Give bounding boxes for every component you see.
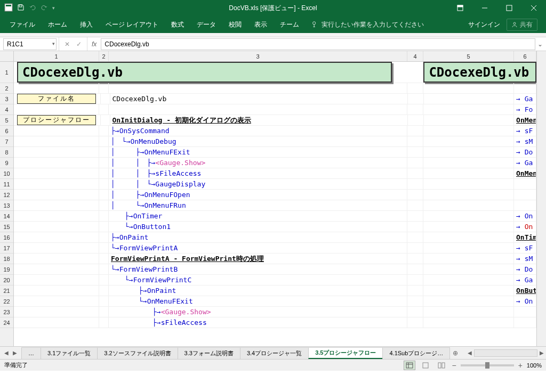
cell[interactable]	[407, 264, 423, 274]
close-icon[interactable]	[521, 0, 546, 16]
cell[interactable]	[423, 168, 514, 178]
cell[interactable]	[407, 83, 423, 93]
sheet-tab-overflow[interactable]: …	[21, 347, 41, 359]
column-header[interactable]: 1	[14, 51, 99, 61]
cell[interactable]	[423, 264, 514, 274]
cell[interactable]: └→ FormViewPrintB	[109, 264, 407, 274]
cell[interactable]: → Ga	[514, 275, 536, 285]
cell[interactable]	[99, 243, 109, 253]
ribbon-tab[interactable]: ホーム	[42, 16, 74, 33]
tell-me-box[interactable]: 実行したい作業を入力してください	[311, 20, 424, 29]
row-header[interactable]: 9	[0, 158, 13, 168]
cell[interactable]	[423, 232, 514, 242]
cell[interactable]	[14, 136, 99, 146]
cell[interactable]	[99, 200, 109, 210]
cell[interactable]	[99, 147, 109, 157]
row-header[interactable]: 15	[0, 222, 13, 232]
ribbon-tab[interactable]: 数式	[165, 16, 190, 33]
cell[interactable]	[514, 83, 536, 93]
page-break-view-icon[interactable]	[436, 361, 447, 370]
cell[interactable]: ├→ OnPaint	[109, 232, 407, 242]
cell[interactable]	[392, 62, 424, 83]
cell[interactable]	[407, 307, 423, 317]
cell[interactable]: └→ OnMenuFExit	[109, 296, 407, 306]
cell[interactable]: → sM	[514, 136, 536, 146]
zoom-slider[interactable]	[461, 364, 514, 366]
cell[interactable]	[423, 296, 514, 306]
cell[interactable]: │ │ ├→ sFileAccess	[109, 168, 407, 178]
sheet-tab[interactable]: 3.2ソースファイル説明書	[97, 347, 178, 359]
cell[interactable]	[14, 222, 99, 232]
cell[interactable]	[14, 126, 99, 136]
cell[interactable]: → sM	[514, 254, 536, 264]
cell[interactable]	[14, 200, 99, 210]
cell[interactable]	[423, 147, 514, 157]
cell[interactable]	[407, 285, 423, 296]
cell[interactable]	[99, 222, 109, 232]
sheet-tab[interactable]: 3.5プロシージャフロー	[308, 347, 383, 359]
cell[interactable]	[14, 179, 99, 189]
page-layout-view-icon[interactable]	[420, 361, 431, 370]
cell[interactable]	[407, 200, 423, 210]
cell[interactable]: OnInitDialog - 初期化ダイアログの表示	[110, 115, 408, 125]
cell[interactable]	[514, 307, 536, 317]
row-header[interactable]: 1	[0, 62, 13, 83]
sheet-tab[interactable]: 3.3フォーム説明書	[178, 347, 240, 359]
cell[interactable]	[14, 168, 99, 178]
cell[interactable]	[99, 168, 109, 178]
column-header[interactable]: 3	[109, 51, 407, 61]
cell[interactable]: │ │ ├→ <Gauge.Show>	[109, 158, 407, 168]
sheet-tab[interactable]: 3.4プロシージャ一覧	[240, 347, 309, 359]
cell[interactable]	[99, 296, 109, 306]
cell[interactable]	[408, 115, 424, 125]
fx-label[interactable]: fx	[87, 37, 101, 51]
cell[interactable]: OnMenu	[514, 168, 536, 178]
minimize-icon[interactable]	[472, 0, 497, 16]
row-header[interactable]: 3	[0, 94, 13, 104]
cell[interactable]: ├→ <Gauge.Show>	[109, 307, 407, 317]
cell[interactable]	[514, 317, 536, 328]
row-header[interactable]: 5	[0, 115, 13, 126]
zoom-out-button[interactable]: −	[452, 361, 456, 370]
cell[interactable]	[423, 179, 514, 189]
cell[interactable]	[423, 275, 514, 285]
row-header[interactable]: 2	[0, 83, 13, 94]
row-header[interactable]: 4	[0, 104, 13, 115]
cell[interactable]: └→ FormViewPrintA	[109, 243, 407, 253]
save-icon[interactable]	[17, 4, 25, 13]
cell[interactable]	[99, 254, 109, 264]
row-header[interactable]: 8	[0, 147, 13, 158]
cell[interactable]: OnTime	[514, 232, 536, 242]
signin-link[interactable]: サインイン	[468, 20, 500, 29]
row-header[interactable]: 23	[0, 307, 13, 317]
cell[interactable]	[407, 190, 423, 200]
cell[interactable]	[514, 179, 536, 189]
cell[interactable]	[96, 115, 101, 125]
ribbon-tab[interactable]: 校閲	[222, 16, 248, 33]
qat-dropdown-icon[interactable]: ▾	[52, 5, 55, 11]
cell[interactable]: CDocexeDlg.vb	[110, 94, 408, 104]
cell[interactable]	[14, 296, 99, 306]
cell[interactable]: ├→ OnSysCommand	[109, 126, 407, 136]
cell[interactable]	[423, 200, 514, 210]
cell[interactable]	[14, 317, 99, 328]
cell[interactable]	[14, 285, 99, 296]
cell[interactable]	[14, 275, 99, 285]
label-cell[interactable]: ファイル名	[17, 94, 96, 104]
cell[interactable]: FormViewPrintA - FormViewPrint時の処理	[109, 254, 407, 264]
cell[interactable]	[407, 222, 423, 232]
cell[interactable]	[407, 126, 423, 136]
cell[interactable]	[99, 190, 109, 200]
cell[interactable]	[14, 190, 99, 200]
cell[interactable]	[407, 104, 423, 115]
zoom-level[interactable]: 100%	[527, 362, 542, 369]
cell[interactable]	[99, 83, 109, 93]
cell[interactable]	[424, 94, 514, 104]
cell[interactable]	[109, 104, 407, 115]
column-header[interactable]: 4	[407, 51, 423, 61]
cell[interactable]	[14, 243, 99, 253]
sheet-nav-buttons[interactable]: ◀▶	[0, 350, 21, 356]
chevron-down-icon[interactable]: ▾	[52, 41, 55, 46]
ribbon-tab[interactable]: ファイル	[3, 16, 42, 33]
cell[interactable]	[99, 275, 109, 285]
